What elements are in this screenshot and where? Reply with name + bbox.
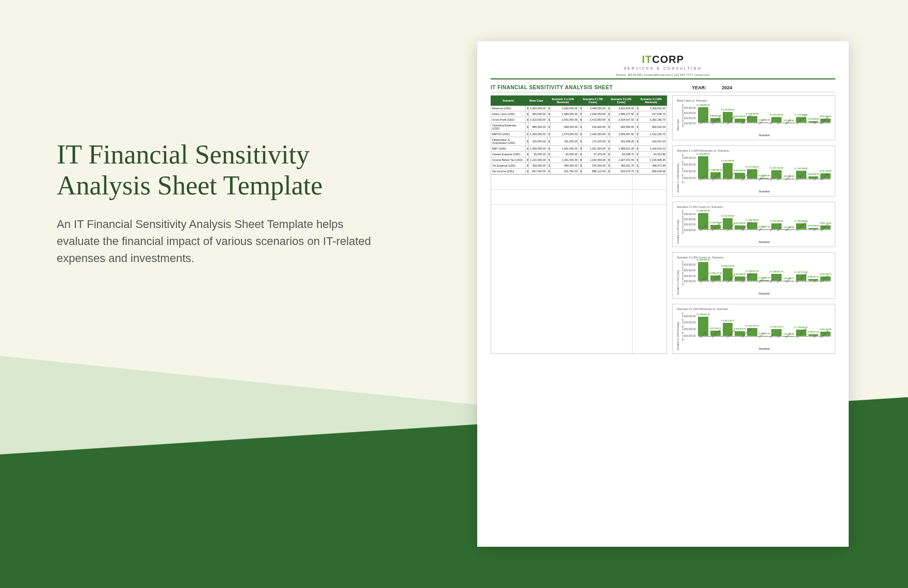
data-table: ScenarioBase CaseScenario 1 (+10% Revenu… (491, 95, 667, 174)
table-row: Depreciation & Amortization (USD)$165,00… (491, 137, 667, 146)
table-cell: 1,086,277.50 (610, 111, 635, 117)
logo-text: ITCORP (491, 54, 835, 66)
row-label: Revenue (USD) (491, 106, 526, 111)
sheet-title: IT FINANCIAL SENSITIVITY ANALYSIS SHEET (491, 85, 692, 90)
row-label: EBITDA (USD) (491, 132, 526, 137)
table-cell: 60,500.00 (550, 152, 579, 157)
table-cell: 358,471.58 (638, 163, 667, 169)
chart-plot: Scenario 2 (-5% Costs)$ 4,000,000.00$ 3,… (677, 210, 831, 244)
table-header-cell: Scenario (491, 96, 526, 106)
bars-wrap: $ 3,630,000.00$ 1,089,000.00$ 2,541,000.… (698, 154, 831, 193)
table-cell: 1,210,000.00 (529, 157, 547, 163)
y-tick: $ 4,000,000.00 (682, 261, 695, 266)
table-row: EBIT (USD)$1,265,000.00$1,391,500.00$1,3… (491, 146, 667, 152)
table-cell: 165,000.00 (529, 137, 547, 146)
table-cell: 2,310,000.00 (529, 117, 547, 123)
chart-title: Scenario 4 (-10% Revenue) vs. Scenario (677, 307, 831, 311)
x-axis-label: Scenario (698, 347, 831, 350)
bar-value-label: $ 1,494,350.00 (745, 219, 758, 221)
table-cell: 181,046.25 (610, 137, 635, 146)
table-cell: 1,573,000.00 (550, 132, 579, 137)
table-cell: 880,000.00 (529, 123, 547, 132)
y-tick: $ 2,000,000.00 (682, 221, 695, 226)
table-header-cell: Base Case (526, 96, 547, 106)
table-cell: 1,331,000.00 (550, 157, 579, 163)
y-tick: $ 3,000,000.00 (682, 161, 695, 166)
page-title: IT Financial Sensitivity Analysis Sheet … (57, 139, 377, 201)
table-row: Revenue (USD)$3,300,000.00$3,630,000.00$… (491, 106, 667, 111)
table-cell: 1,034,550.00 (582, 111, 607, 117)
table-cell: 3,630,000.00 (550, 106, 579, 111)
bar-value-label: $ 1,412,160.75 (745, 325, 758, 327)
y-tick: $ 3,000,000.00 (682, 109, 695, 115)
year-label: YEAR: (692, 85, 706, 90)
table-cell: 929,370.75 (610, 169, 635, 174)
bar-value-label: $ 1,089,000.00 (709, 169, 722, 171)
table-cell: 1,327,672.50 (610, 157, 635, 163)
bar-value-label: $ 968,000.00 (734, 170, 745, 172)
bar-value-label: $ 965,580.00 (734, 273, 745, 275)
blank-grid (491, 174, 667, 354)
x-labels: RevenueDirect CostsGross ProfitOperating… (698, 124, 831, 134)
table-cell: 885,115.00 (582, 169, 607, 174)
chart-title: Scenario 1 (+10% Revenue) vs. Scenario (677, 149, 831, 152)
y-axis: $ 4,000,000.00$ 3,000,000.00$ 2,000,000.… (682, 210, 695, 244)
x-labels: RevenueDirect CostsGross ProfitOperating… (698, 231, 831, 240)
table-cell: 54,313.88 (638, 152, 667, 157)
bar-value-label: $ 1,321,925.00 (770, 220, 783, 222)
table-cell: 1,249,219.13 (638, 146, 667, 152)
bar-value-label: $ 3,448,500.00 (696, 210, 709, 212)
table-cell: 990,000.00 (529, 111, 547, 117)
table-cell: 965,580.00 (610, 123, 635, 132)
logo-corp: CORP (652, 54, 684, 65)
chart-plot: Scenario 4 (-10% Revenue)$ 4,000,000.00$… (677, 313, 831, 351)
y-axis: $ 4,000,000.00$ 3,000,000.00$ 2,000,000.… (682, 261, 695, 295)
table-column: ScenarioBase CaseScenario 1 (+10% Revenu… (491, 95, 667, 354)
logo-area: ITCORP SERVICES & CONSULTING Boston, MA … (491, 54, 835, 76)
y-axis: $ 4,000,000.00$ 3,000,000.00$ 2,000,000.… (682, 104, 695, 137)
table-row: EBITDA (USD)$1,430,000.00$1,573,000.00$1… (491, 132, 667, 137)
bar-value-label: $ 3,820,925.00 (696, 259, 709, 261)
table-cell: 1,321,925.00 (582, 146, 607, 152)
x-labels: RevenueDirect CostsGross ProfitOperating… (698, 283, 831, 292)
table-cell: 847,000.00 (529, 169, 547, 174)
bar-value-label: $ 3,300,000.00 (696, 104, 709, 106)
y-tick: $ 1,000,000.00 (682, 277, 695, 283)
y-tick: $ - (682, 181, 695, 184)
row-label: Depreciation & Amortization (USD) (491, 137, 526, 146)
chart-title: Scenario 2 (-5% Costs) vs. Scenario (677, 205, 831, 208)
y-tick: $ 1,000,000.00 (682, 174, 695, 179)
bars-wrap: $ 3,300,000.00$ 990,000.00$ 2,310,000.00… (698, 104, 831, 137)
row-label: Tax Expense (USD) (491, 163, 526, 169)
y-axis: $ 4,000,000.00$ 3,000,000.00$ 2,000,000.… (682, 154, 695, 193)
table-cell: 2,413,950.00 (582, 117, 607, 123)
y-axis-label: Scenario 3 (+5% Costs) (677, 261, 679, 295)
y-tick: $ 2,000,000.00 (682, 115, 695, 120)
spreadsheet-preview: ITCORP SERVICES & CONSULTING Boston, MA … (477, 41, 849, 547)
y-tick: $ 4,000,000.00 (682, 104, 695, 109)
chart-title: Base Case vs. Scenario (677, 99, 831, 102)
bar-value-label: $ 2,310,000.00 (721, 109, 734, 111)
hero-text-block: IT Financial Sensitivity Analysis Sheet … (57, 139, 377, 267)
logo-subtitle: SERVICES & CONSULTING (491, 67, 835, 70)
table-cell: 836,433.68 (638, 169, 667, 174)
bar-value-label: $ 919,600.00 (734, 222, 745, 224)
table-cell: 1,430,000.00 (529, 132, 547, 137)
table-cell: 869,022.00 (638, 123, 667, 132)
table-row: Gross Profit (USD)$2,310,000.00$2,541,00… (491, 117, 667, 123)
table-cell: 1,388,021.25 (610, 146, 635, 152)
table-cell: 3,300,000.00 (529, 106, 547, 111)
y-tick: $ 2,000,000.00 (682, 272, 695, 277)
table-row: Income Before Tax (USD)$1,210,000.00$1,3… (491, 157, 667, 163)
bar-value-label: $ 2,413,950.00 (721, 215, 734, 217)
table-cell: 55,000.00 (529, 152, 547, 157)
chart-plot: Scenario 1 (+10% Revenue)$ 4,000,000.00$… (677, 154, 831, 193)
bar-value-label: $ 2,281,182.75 (721, 320, 734, 322)
y-tick: $ 1,000,000.00 (682, 120, 695, 125)
table-cell: 379,335.00 (582, 163, 607, 169)
table-cell: 57,475.00 (582, 152, 607, 157)
chart-plot: Scenario 3 (+5% Costs)$ 4,000,000.00$ 3,… (677, 261, 831, 295)
table-cell: 1,391,500.00 (550, 146, 579, 152)
table-cell: 60,348.75 (610, 152, 635, 157)
y-axis-label: Scenario 1 (+10% Revenue) (677, 154, 679, 193)
